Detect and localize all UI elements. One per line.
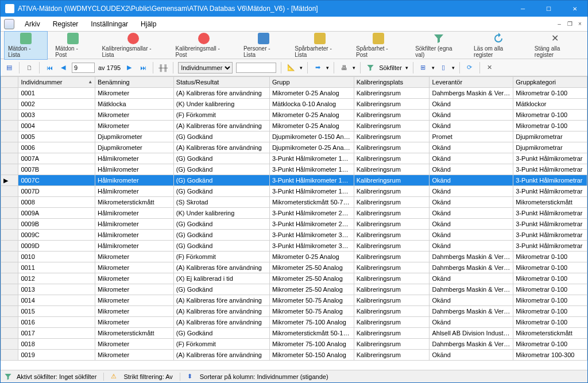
close-button[interactable]: ✕ bbox=[562, 1, 587, 17]
cell[interactable]: 3-Punkt Hålmikrometer 10-1... bbox=[269, 153, 354, 164]
cell[interactable]: 0007C bbox=[18, 175, 95, 186]
matdon-lista-button[interactable]: Mätdon - Lista bbox=[4, 31, 48, 60]
cell[interactable] bbox=[1, 153, 18, 164]
cell[interactable]: Mikrometerstickmått bbox=[95, 328, 174, 339]
cell[interactable]: Kalibreringsrum bbox=[354, 208, 430, 219]
cell[interactable]: 3-Punkt Hålmikrometer 30-3... bbox=[269, 230, 354, 241]
cell[interactable]: Hålmikrometer bbox=[95, 241, 174, 252]
cell[interactable]: Kalibreringsrum bbox=[354, 306, 430, 317]
cell[interactable]: (A) Kalibreras före användning bbox=[173, 350, 269, 361]
app-menu-icon[interactable] bbox=[4, 19, 14, 29]
cell[interactable]: Mikrometer 75-100 Analog bbox=[269, 339, 354, 350]
layout1-icon[interactable]: ⊞ bbox=[418, 63, 428, 73]
cell[interactable]: Djupmikrometer 0-150 Analog bbox=[269, 131, 354, 142]
cell[interactable]: Kalibreringsrum bbox=[354, 252, 430, 262]
cell[interactable]: 3-Punkt Hålmikrometrar bbox=[513, 230, 587, 241]
cell[interactable]: (G) Godkänd bbox=[173, 241, 269, 252]
cell[interactable]: Okänd bbox=[430, 219, 513, 230]
table-row[interactable]: 0008Mikrometerstickmått(S) SkrotadMikrom… bbox=[1, 197, 587, 208]
cell[interactable]: 0005 bbox=[18, 131, 95, 142]
cell[interactable] bbox=[1, 306, 18, 317]
cell[interactable]: Okänd bbox=[430, 197, 513, 208]
sokfilter-label[interactable]: Sökfilter bbox=[379, 64, 402, 71]
barcode-icon[interactable]: ╫╫ bbox=[158, 63, 168, 73]
new-record-icon[interactable]: 🗋 bbox=[24, 63, 34, 73]
table-row[interactable]: 0009DHålmikrometer(G) Godkänd3-Punkt Hål… bbox=[1, 241, 587, 252]
cell[interactable]: Dahmbergs Maskin & Verktyg bbox=[430, 88, 513, 99]
cell[interactable]: Kalibreringsrum bbox=[354, 317, 430, 328]
cell[interactable]: 3-Punkt Hålmikrometrar bbox=[513, 219, 587, 230]
cell[interactable]: Mikrometer 0-25 Analog bbox=[269, 252, 354, 262]
cell[interactable]: 3-Punkt Hålmikrometer 25-3... bbox=[269, 219, 354, 230]
cell[interactable]: Okänd bbox=[430, 121, 513, 131]
cell[interactable]: (A) Kalibreras före användning bbox=[173, 88, 269, 99]
cell[interactable]: Kalibreringsrum bbox=[354, 262, 430, 273]
cell[interactable]: Mikrometrar 0-100 bbox=[513, 262, 587, 273]
table-row[interactable]: 0009CHålmikrometer(G) Godkänd3-Punkt Hål… bbox=[1, 230, 587, 241]
cell[interactable] bbox=[1, 284, 18, 295]
cell[interactable]: Mikrometer 25-50 Analog bbox=[269, 262, 354, 273]
table-row[interactable]: 0007DHålmikrometer(G) Godkänd3-Punkt Hål… bbox=[1, 186, 587, 197]
menu-installningar[interactable]: Inställningar bbox=[88, 19, 130, 29]
arrow-right-icon[interactable]: ➡ bbox=[312, 63, 323, 73]
cell[interactable]: Dahmbergs Maskin & Verktyg bbox=[430, 262, 513, 273]
col-header[interactable]: Individnummer▲ bbox=[18, 77, 95, 88]
cell[interactable]: Kalibreringsrum bbox=[354, 131, 430, 142]
cell[interactable]: Mikrometer 0-25 Analog bbox=[269, 121, 354, 131]
cell[interactable]: Hålmikrometer bbox=[95, 219, 174, 230]
col-header[interactable]: Benämning bbox=[95, 77, 174, 88]
cell[interactable]: Mikrometer 50-75 Analog bbox=[269, 295, 354, 306]
column-select[interactable]: Individnummer bbox=[178, 62, 233, 73]
cell[interactable]: 0017 bbox=[18, 328, 95, 339]
cell[interactable]: Mikrometer 75-100 Analog bbox=[269, 317, 354, 328]
cell[interactable]: 0001 bbox=[18, 88, 95, 99]
cell[interactable] bbox=[1, 99, 18, 110]
mdi-restore-icon[interactable]: ❐ bbox=[566, 20, 574, 28]
cell[interactable] bbox=[1, 121, 18, 131]
cell[interactable]: 0007B bbox=[18, 164, 95, 175]
table-row[interactable]: 0014Mikrometer(A) Kalibreras före använd… bbox=[1, 295, 587, 306]
cell[interactable] bbox=[1, 131, 18, 142]
table-row[interactable]: 0003Mikrometer(F) FörkommitMikrometer 0-… bbox=[1, 110, 587, 121]
cell[interactable]: Okänd bbox=[430, 241, 513, 252]
cell[interactable]: Kalibreringsrum bbox=[354, 350, 430, 361]
cell[interactable]: Djupmikrometer bbox=[95, 142, 174, 153]
search-input[interactable] bbox=[236, 63, 276, 73]
cell[interactable]: Mätklocka bbox=[95, 99, 174, 110]
cell[interactable]: 3-Punkt Hålmikrometrar bbox=[513, 153, 587, 164]
cell[interactable]: 0009D bbox=[18, 241, 95, 252]
cell[interactable]: Okänd bbox=[430, 175, 513, 186]
cell[interactable]: 0002 bbox=[18, 99, 95, 110]
cell[interactable]: Mikrometrar 0-100 bbox=[513, 110, 587, 121]
cell[interactable]: Mikrometer bbox=[95, 252, 174, 262]
cell[interactable]: Mikrometer 50-150 Analog bbox=[269, 350, 354, 361]
table-row[interactable]: ▶0007CHålmikrometer(G) Godkänd3-Punkt Hå… bbox=[1, 175, 587, 186]
cell[interactable]: Mikrometrar 0-100 bbox=[513, 273, 587, 284]
cell[interactable]: Djupmikrometer bbox=[95, 131, 174, 142]
cell[interactable]: Mikrometrar 0-100 bbox=[513, 295, 587, 306]
cell[interactable]: (F) Förkommit bbox=[173, 110, 269, 121]
cell[interactable]: Mikrometer 25-50 Analog bbox=[269, 284, 354, 295]
prev-record-icon[interactable]: ◀ bbox=[58, 63, 68, 73]
cell[interactable]: Mikrometrar 0-100 bbox=[513, 284, 587, 295]
mdi-minimize-icon[interactable]: – bbox=[555, 20, 563, 28]
delete-icon[interactable]: ✕ bbox=[485, 63, 495, 73]
cell[interactable]: 0009B bbox=[18, 219, 95, 230]
cell[interactable]: Kalibreringsrum bbox=[354, 328, 430, 339]
las-om-button[interactable]: Läs om alla register bbox=[470, 31, 527, 60]
kalib-lista-button[interactable]: Kalibreringsmallar - Lista bbox=[98, 31, 168, 60]
cell[interactable]: Kalibreringsrum bbox=[354, 241, 430, 252]
cell[interactable]: Dahmbergs Maskin & Verktyg bbox=[430, 284, 513, 295]
cell[interactable]: Kalibreringsrum bbox=[354, 142, 430, 153]
cell[interactable]: 3-Punkt Hålmikrometer 20-2... bbox=[269, 208, 354, 219]
cell[interactable]: Mikrometer 0-25 Analog bbox=[269, 110, 354, 121]
cell[interactable] bbox=[1, 317, 18, 328]
cell[interactable]: 3-Punkt Hålmikrometer 35-4... bbox=[269, 241, 354, 252]
cell[interactable]: 0012 bbox=[18, 273, 95, 284]
cell[interactable]: 3-Punkt Hålmikrometrar bbox=[513, 186, 587, 197]
cell[interactable]: Kalibreringsrum bbox=[354, 88, 430, 99]
cell[interactable]: Mikrometrar 0-100 bbox=[513, 88, 587, 99]
data-grid[interactable]: Individnummer▲BenämningStatus/ResultatGr… bbox=[1, 76, 587, 370]
cell[interactable]: Dahmbergs Maskin & Verktyg bbox=[430, 339, 513, 350]
table-row[interactable]: 0018Mikrometer(F) FörkommitMikrometer 75… bbox=[1, 339, 587, 350]
